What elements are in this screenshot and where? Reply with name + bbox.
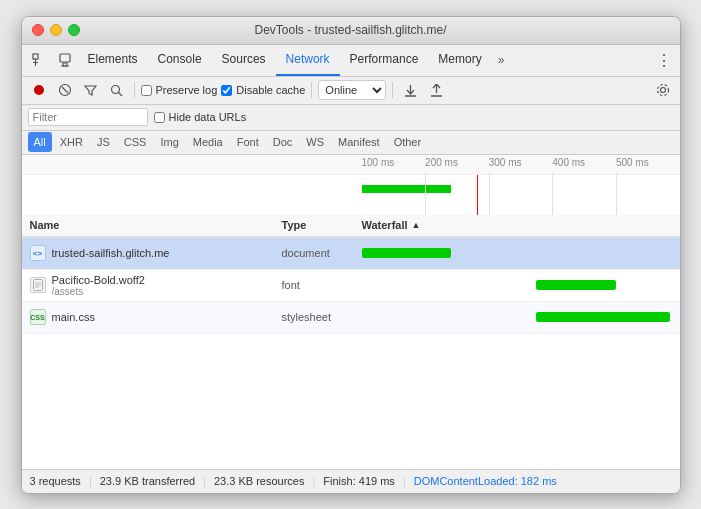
close-button[interactable] [32,24,44,36]
type-filter-js[interactable]: JS [91,132,116,152]
filter-icon[interactable] [80,79,102,101]
traffic-lights [32,24,80,36]
inspect-element-icon[interactable] [26,47,52,73]
req-name-cell: CSS main.css [22,309,282,325]
vline-chart-200 [425,175,426,215]
preserve-log-label[interactable]: Preserve log [156,84,218,96]
more-tools-icon[interactable]: ⋮ [652,48,676,72]
column-type-header[interactable]: Type [282,219,362,231]
separator-1 [134,82,135,98]
requests-list: <> trusted-sailfish.glitch.me document [22,238,680,469]
disable-cache-label[interactable]: Disable cache [236,84,305,96]
type-filter-img[interactable]: Img [154,132,184,152]
status-finish: Finish: 419 ms [323,475,395,487]
export-har-button[interactable] [425,79,447,101]
throttle-select[interactable]: Online Offline Slow 3G Fast 3G [318,80,386,100]
req-type-cell: document [282,247,362,259]
req-name-cell: <> trusted-sailfish.glitch.me [22,245,282,261]
mini-chart-name-spacer [22,175,282,215]
disable-cache-checkbox[interactable] [221,85,232,96]
svg-point-6 [34,85,44,95]
column-waterfall-header[interactable]: Waterfall ▲ [362,219,680,231]
preserve-log-checkbox[interactable] [141,85,152,96]
req-type-cell: stylesheet [282,311,362,323]
svg-point-16 [657,85,668,96]
maximize-button[interactable] [68,24,80,36]
svg-point-15 [660,88,665,93]
hide-data-urls-checkbox[interactable] [154,112,165,123]
clear-button[interactable] [54,79,76,101]
tick-300ms: 300 ms [489,157,522,168]
req-icon-css: CSS [30,309,46,325]
hide-data-urls-label[interactable]: Hide data URLs [169,111,247,123]
vline-chart-400 [552,175,553,215]
status-requests: 3 requests [30,475,81,487]
column-name-header[interactable]: Name [22,219,282,231]
search-icon[interactable] [106,79,128,101]
record-button[interactable] [28,79,50,101]
separator-2 [311,82,312,98]
waterfall-bar [536,280,616,290]
type-filter-media[interactable]: Media [187,132,229,152]
vline-200 [425,173,426,174]
sort-arrow-icon: ▲ [412,220,421,230]
devtools-body: Elements Console Sources Network Perform… [22,45,680,493]
ruler-type-spacer [282,155,362,174]
separator: | [203,475,206,487]
vline-500 [616,173,617,174]
dom-content-loaded-line [477,175,478,215]
status-bar: 3 requests | 23.9 KB transferred | 23.3 … [22,469,680,493]
tick-500ms: 500 ms [616,157,649,168]
req-waterfall-cell [362,238,680,269]
request-row[interactable]: CSS main.css stylesheet [22,302,680,334]
disable-cache-group: Disable cache [221,84,305,96]
nav-tabs-bar: Elements Console Sources Network Perform… [22,45,680,77]
ruler-row: 100 ms 200 ms 300 ms 400 ms 500 ms [22,155,680,175]
filter-input[interactable] [28,108,148,126]
type-filter-ws[interactable]: WS [300,132,330,152]
status-transferred: 23.9 KB transferred [100,475,195,487]
tick-200ms: 200 ms [425,157,458,168]
tab-sources[interactable]: Sources [212,44,276,76]
req-type-cell: font [282,279,362,291]
tab-network[interactable]: Network [276,44,340,76]
waterfall-header: 100 ms 200 ms 300 ms 400 ms 500 ms [22,155,680,238]
status-resources: 23.3 KB resources [214,475,305,487]
type-filter-all[interactable]: All [28,132,52,152]
import-har-button[interactable] [399,79,421,101]
type-filter-css[interactable]: CSS [118,132,153,152]
type-filter-manifest[interactable]: Manifest [332,132,386,152]
vline-300 [489,173,490,174]
status-dom-content-loaded: DOMContentLoaded: 182 ms [414,475,557,487]
request-row[interactable]: <> trusted-sailfish.glitch.me document [22,238,680,270]
waterfall-bar [536,312,670,322]
tab-elements[interactable]: Elements [78,44,148,76]
svg-rect-0 [33,54,38,59]
filter-bar: Hide data URLs [22,105,680,131]
column-headers: Name Type Waterfall ▲ [22,215,680,237]
type-filter-xhr[interactable]: XHR [54,132,89,152]
minimize-button[interactable] [50,24,62,36]
type-filter-other[interactable]: Other [388,132,428,152]
device-toolbar-icon[interactable] [52,47,78,73]
settings-icon[interactable] [652,79,674,101]
req-icon-html: <> [30,245,46,261]
window-title: DevTools - trusted-sailfish.glitch.me/ [254,23,446,37]
req-waterfall-cell [362,270,680,301]
tab-console[interactable]: Console [148,44,212,76]
req-name-text: trusted-sailfish.glitch.me [52,247,170,259]
request-row[interactable]: Pacifico-Bold.woff2 /assets font [22,270,680,302]
tab-performance[interactable]: Performance [340,44,429,76]
separator: | [89,475,92,487]
separator: | [403,475,406,487]
hide-data-urls-group: Hide data URLs [154,111,247,123]
tab-memory[interactable]: Memory [428,44,491,76]
type-filter-font[interactable]: Font [231,132,265,152]
vline-chart-500 [616,175,617,215]
tick-100ms: 100 ms [362,157,395,168]
tab-overflow[interactable]: » [494,53,509,67]
ruler-name-spacer [22,155,282,174]
type-filter-doc[interactable]: Doc [267,132,299,152]
req-path: /assets [52,286,145,297]
mini-bar-1 [362,185,451,193]
